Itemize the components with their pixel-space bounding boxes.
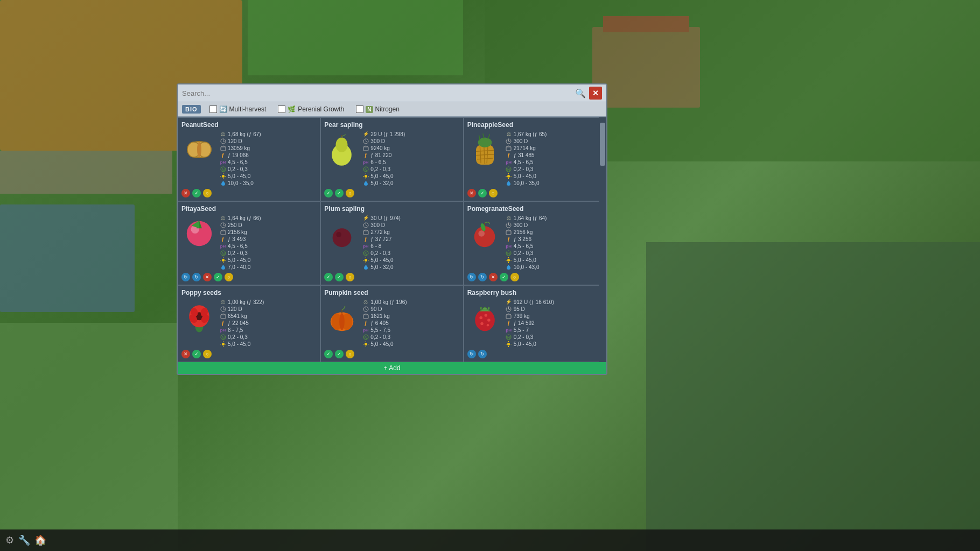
search-bar: 🔍 ✕ [178, 84, 606, 102]
item-card-pumpkin-seed[interactable]: Pumpkin seed ⚖ 1,00 kg (ƒ 196) 90 D 1621… [320, 285, 463, 362]
stat-value: 5,0 - 32,0 [370, 264, 393, 270]
svg-point-157 [484, 314, 487, 317]
stat-row: 120 D [220, 138, 317, 144]
item-name: PeanutSeed [181, 121, 317, 129]
svg-point-21 [222, 175, 225, 178]
item-image [324, 299, 359, 336]
item-card-pitaya-seed[interactable]: PitayaSeed ⚖ 1,64 kg (ƒ 66) 250 D 2156 k… [178, 201, 320, 285]
stat-value: 5,0 - 45,0 [514, 173, 536, 179]
stat-value: 300 D [514, 222, 528, 228]
svg-line-126 [223, 309, 225, 309]
stat-icon: pH [220, 159, 226, 165]
item-image [467, 299, 502, 336]
stat-value: 90 D [370, 306, 382, 312]
stat-value: 9240 kg [370, 145, 390, 151]
svg-rect-107 [506, 231, 511, 235]
scrollbar[interactable] [599, 117, 606, 362]
bottom-icon-1: ↻ [478, 273, 487, 281]
filter-nitrogen-icon: N [366, 106, 373, 113]
taskbar-icon-2[interactable]: 🔧 [18, 534, 30, 546]
item-image [324, 215, 359, 252]
stat-icon [362, 229, 369, 235]
stat-value: 30 U (ƒ 974) [370, 215, 401, 221]
item-bottom: ✕✓○ [467, 189, 603, 197]
item-card-pineapple-seed[interactable]: PineappleSeed ⚖ 1,67 kg (ƒ 65) 300 D 217… [464, 117, 606, 201]
bottom-icon-1: ✓ [335, 273, 344, 281]
stat-value: 2156 kg [514, 229, 533, 235]
stat-icon [362, 257, 369, 263]
stat-icon: pH [506, 159, 512, 165]
filter-bio[interactable]: BIO [182, 105, 201, 114]
stat-row: ⚖ 1,68 kg (ƒ 67) [220, 131, 317, 137]
svg-rect-127 [221, 315, 226, 319]
stat-icon: N [362, 334, 369, 340]
stat-value: 1,64 kg (ƒ 64) [514, 215, 547, 221]
taskbar-icon-1[interactable]: ⚙ [5, 534, 14, 546]
item-name: Pear sapling [324, 121, 459, 129]
stat-value: 5,0 - 45,0 [370, 173, 393, 179]
stat-icon [362, 341, 369, 347]
item-bottom: ✕✓○ [181, 350, 317, 358]
stat-icon: ⚖ [220, 215, 226, 221]
search-button[interactable]: 🔍 [575, 88, 586, 98]
stat-icon: ⚖ [506, 131, 512, 137]
item-card-pear-sapling[interactable]: Pear sapling ⚡ 29 U (ƒ 1 298) 300 D 9240… [320, 117, 463, 201]
svg-rect-7 [0, 323, 178, 551]
item-card-raspberry-bush[interactable]: Raspberry bush ⚡ 912 U (ƒ 16 610) 95 D 7… [464, 285, 606, 362]
stat-row: 5,0 - 45,0 [506, 173, 603, 179]
item-card-plum-sapling[interactable]: Plum sapling ⚡ 30 U (ƒ 974) 300 D 2772 k… [320, 201, 463, 285]
stat-icon: ƒ [220, 152, 226, 158]
filter-nitrogen[interactable]: N Nitrogen [353, 104, 403, 114]
stat-icon [220, 306, 226, 312]
item-card-peanut-seed[interactable]: PeanutSeed ⚖ 1,68 kg (ƒ 67) 120 D 13059 … [178, 117, 320, 201]
bottom-icon-1: ✓ [192, 189, 201, 197]
filter-multi-harvest[interactable]: 🔄 Multi-harvest [206, 104, 270, 114]
add-bar[interactable]: + Add [178, 362, 606, 374]
filter-perennial-growth[interactable]: 🌿 Perenial Growth [275, 104, 347, 114]
stat-icon: pH [362, 327, 369, 333]
stat-row: ƒ ƒ 81 220 [362, 152, 459, 158]
svg-point-38 [365, 175, 367, 178]
stat-row: 9240 kg [362, 145, 459, 151]
item-stats: ⚖ 1,64 kg (ƒ 64) 300 D 2156 kg ƒ ƒ 3 256… [506, 215, 603, 270]
scrollbar-thumb[interactable] [600, 123, 605, 166]
stat-row: 7,0 - 40,0 [220, 264, 317, 270]
search-input[interactable] [182, 89, 572, 97]
stat-icon [506, 173, 512, 179]
stat-row: ƒ ƒ 6 405 [362, 320, 459, 326]
svg-rect-164 [506, 315, 511, 319]
item-content: ⚖ 1,00 kg (ƒ 322) 120 D 6541 kg ƒ ƒ 22 0… [181, 299, 317, 347]
item-bottom: ↻↻✕✓○ [181, 273, 317, 281]
stat-icon [362, 264, 369, 270]
stat-value: ƒ 3 493 [228, 236, 246, 242]
svg-text:N: N [507, 167, 510, 171]
filter-multi-harvest-icon: 🔄 [219, 105, 227, 113]
filter-multi-harvest-checkbox [209, 105, 217, 113]
item-card-poppy-seeds[interactable]: Poppy seeds ⚖ 1,00 kg (ƒ 322) 120 D 6541… [178, 285, 320, 362]
stat-row: ƒ ƒ 37 727 [362, 236, 459, 242]
stat-row: 1621 kg [362, 313, 459, 319]
stat-icon: pH [506, 243, 512, 249]
stat-value: 5,5 - 7,5 [370, 327, 390, 333]
item-bottom: ✓✓○ [324, 350, 459, 358]
stat-icon [362, 173, 369, 179]
svg-text:N: N [365, 251, 367, 255]
item-image [324, 131, 359, 168]
stat-value: 5,0 - 45,0 [514, 257, 536, 263]
svg-rect-5 [603, 16, 689, 32]
svg-point-159 [480, 322, 484, 326]
stat-row: ⚖ 1,00 kg (ƒ 196) [362, 299, 459, 305]
bottom-icon-0: ✕ [181, 350, 190, 358]
stat-value: 0,2 - 0,3 [228, 334, 248, 340]
stat-row: N 0,2 - 0,3 [506, 166, 603, 172]
stat-row: pH 4,5 - 6,5 [220, 159, 317, 165]
stat-value: 10,0 - 35,0 [514, 180, 540, 186]
stat-row: pH 6 - 8 [362, 243, 459, 249]
item-card-pomegranate-seed[interactable]: PomegranateSeed ⚖ 1,64 kg (ƒ 64) 300 D 2… [464, 201, 606, 285]
svg-rect-8 [646, 242, 980, 551]
taskbar-icon-3[interactable]: 🏠 [34, 534, 46, 546]
stat-icon [220, 264, 226, 270]
item-stats: ⚖ 1,00 kg (ƒ 196) 90 D 1621 kg ƒ ƒ 6 405… [362, 299, 459, 347]
close-button[interactable]: ✕ [589, 87, 602, 100]
stat-value: 10,0 - 35,0 [228, 180, 254, 186]
